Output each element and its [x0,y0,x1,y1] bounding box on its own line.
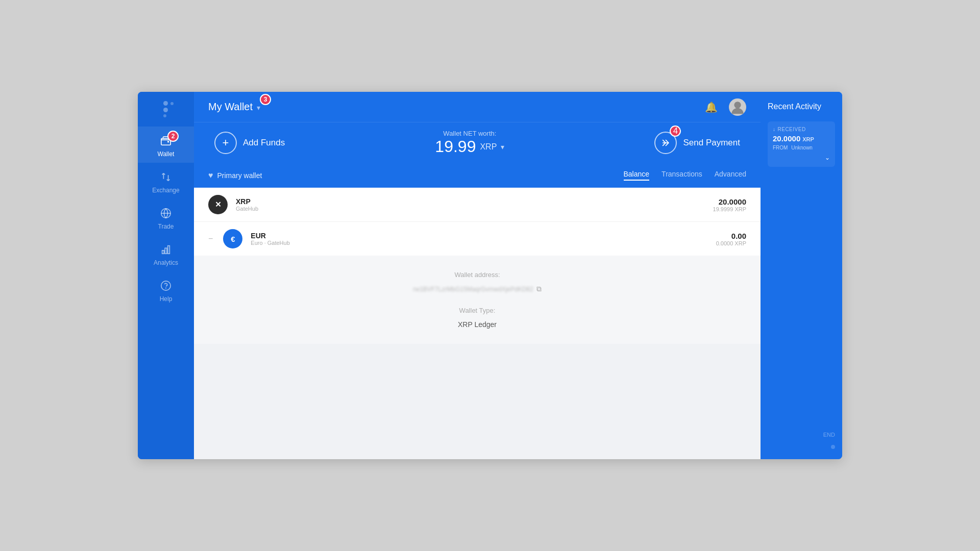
header-dropdown-icon[interactable]: ▾ [257,104,260,112]
activity-end-label: END [823,432,835,438]
end-dot [831,445,835,449]
send-payment-label: Send Payment [683,138,740,148]
wallet-name-label: Primary wallet [217,171,262,180]
table-row: − € EUR Euro · GateHub 0.00 0.0000 XRP [194,222,761,256]
xrp-balance: 20.0000 19.9999 XRP [713,197,746,212]
wallet-info: Wallet address: rw1BVF7LzrMbG15MaqrGvmwd… [194,256,761,344]
header: My Wallet ▾ 3 🔔 [194,92,761,122]
activity-expand-icon[interactable]: ⌄ [825,154,830,161]
balance-table: ✕ XRP GateHub 20.0000 19.9999 XRP − € [194,188,761,256]
minus-icon: − [208,234,213,243]
eur-xrp-value: 0.0000 XRP [716,240,746,246]
header-title-block: My Wallet ▾ 3 [208,101,699,113]
page-title: My Wallet [208,101,253,113]
action-bar: + Add Funds Wallet NET worth: 19.99 XRP … [194,122,761,163]
sidebar-item-help[interactable]: Help [138,271,194,308]
sidebar-exchange-label: Exchange [152,187,179,194]
copy-icon[interactable]: ⧉ [536,285,542,293]
main-content: My Wallet ▾ 3 🔔 + Add Funds Wall [194,92,761,459]
sidebar-item-exchange[interactable]: Exchange [138,163,194,199]
activity-item: ↓ RECEIVED 20.0000 XRP FROM Unknown ⌄ [768,121,835,167]
trade-icon [159,206,173,220]
activity-amount-value: 20.0000 [773,134,800,143]
net-worth-label: Wallet NET worth: [285,130,654,137]
net-worth-block: Wallet NET worth: 19.99 XRP ▾ [285,130,654,156]
down-arrow-icon: ↓ [773,127,776,132]
wallet-type-value: XRP Ledger [458,320,497,329]
xrp-icon: ✕ [208,195,228,214]
sidebar: 2 Wallet [138,92,194,459]
eur-balance: 0.00 0.0000 XRP [716,232,746,246]
activity-from: FROM Unknown [773,145,830,151]
wallet-type-label: Wallet Type: [459,307,496,314]
xrp-name: XRP [236,197,705,206]
sidebar-nav: 2 Wallet [138,127,194,308]
recent-activity-title: Recent Activity [768,102,821,111]
eur-name: EUR [251,232,707,240]
tab-advanced[interactable]: Advanced [715,170,746,181]
notification-bell-icon[interactable]: 🔔 [705,101,718,113]
xrp-info: XRP GateHub [236,197,705,212]
svg-point-7 [734,102,741,108]
svg-rect-3 [165,248,167,254]
tab-balance[interactable]: Balance [624,170,650,181]
heart-icon: ♥ [208,171,213,180]
net-worth-amount: 19.99 [435,137,476,156]
header-badge-3: 3 [260,94,271,105]
eur-amount: 0.00 [716,232,746,240]
wallet-name: ♥ Primary wallet [208,171,262,180]
add-funds-icon: + [214,132,237,154]
sidebar-item-analytics[interactable]: Analytics [138,235,194,271]
sidebar-item-wallet[interactable]: 2 Wallet [138,127,194,163]
exchange-icon [159,170,173,184]
tab-transactions[interactable]: Transactions [662,170,702,181]
xrp-xrp-value: 19.9999 XRP [713,206,746,212]
net-worth-chevron-icon[interactable]: ▾ [501,143,504,151]
tab-bar: ♥ Primary wallet Balance Transactions Ad… [194,163,761,188]
wallet-address-label: Wallet address: [454,271,500,279]
eur-issuer: Euro · GateHub [251,240,707,246]
sidebar-wallet-label: Wallet [158,151,175,158]
net-worth-value: 19.99 XRP ▾ [285,137,654,156]
avatar[interactable] [729,98,746,116]
sidebar-top-icons [158,101,174,117]
network-dots [158,101,174,117]
xrp-amount: 20.0000 [713,197,746,206]
sidebar-trade-label: Trade [158,223,174,230]
wallet-badge: 2 [167,131,179,142]
eur-icon: € [223,229,242,248]
activity-amount: 20.0000 XRP [773,134,830,143]
sidebar-analytics-label: Analytics [154,259,178,266]
net-worth-currency: XRP [480,142,497,152]
tab-links: Balance Transactions Advanced [624,170,747,181]
analytics-icon [159,242,173,257]
svg-rect-2 [162,251,164,254]
dot [170,102,174,105]
activity-received-label: ↓ RECEIVED [773,127,830,132]
sidebar-item-trade[interactable]: Trade [138,199,194,235]
sidebar-help-label: Help [160,295,173,303]
content-area: ✕ XRP GateHub 20.0000 19.9999 XRP − € [194,188,761,459]
wallet-address-value: rw1BVF7LzrMbG15MaqrGvmwdXjePdKD82 ⧉ [413,285,541,293]
wallet-address-text: rw1BVF7LzrMbG15MaqrGvmwdXjePdKD82 [413,286,533,293]
activity-currency: XRP [802,136,814,142]
dot [163,108,168,112]
table-row: ✕ XRP GateHub 20.0000 19.9999 XRP [194,188,761,222]
send-payment-badge: 4 [670,126,681,137]
svg-point-5 [161,281,170,290]
dot [163,114,166,117]
dot [163,101,168,106]
help-icon [159,279,173,293]
right-panel: Recent Activity ↓ RECEIVED 20.0000 XRP F… [761,92,842,459]
eur-info: EUR Euro · GateHub [251,232,707,246]
send-payment-button[interactable]: 4 Send Payment [654,132,740,154]
add-funds-button[interactable]: + Add Funds [214,132,285,154]
activity-from-value: Unknown [791,145,813,151]
svg-rect-4 [168,246,170,254]
xrp-issuer: GateHub [236,206,705,212]
add-funds-label: Add Funds [243,138,285,148]
